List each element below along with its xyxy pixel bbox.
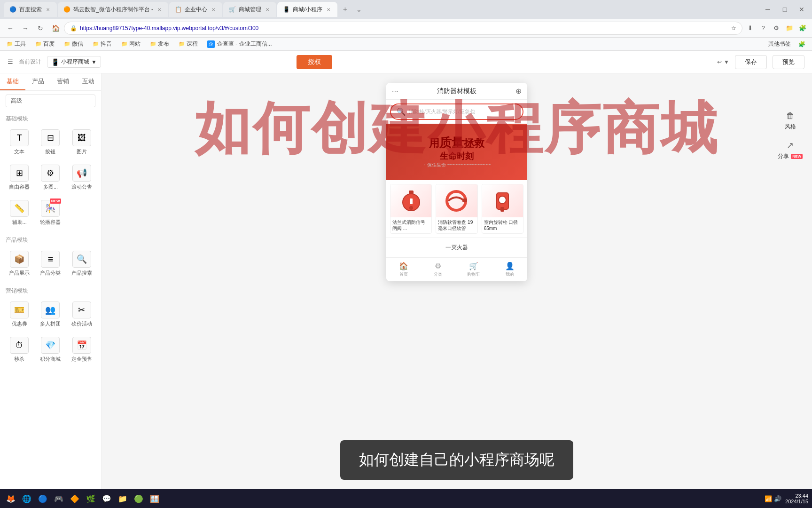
tab-4[interactable]: 🛒 商城管理 ✕ [223,2,276,17]
undo-redo-controls[interactable]: ↩ ▼ [717,59,729,65]
bookmark-wechat-label: 微信 [72,40,83,48]
taskbar-filemanager[interactable]: 📁 [116,492,130,506]
bookmark-qicha[interactable]: 企 企查查 - 企业工商信... [204,39,275,49]
component-product-search[interactable]: 🔍 产品搜索 [68,248,95,279]
component-image[interactable]: 🖼 图片 [68,127,95,158]
mini-program-icon: 📱 [51,58,59,66]
product-card-3[interactable]: 室内旋转栓 口径65mm [482,184,523,234]
tab-marketing[interactable]: 营销 [51,73,76,90]
product-card-2[interactable]: 消防软管卷盘 19毫米口径软管 [436,184,477,234]
tab-4-close[interactable]: ✕ [264,6,271,13]
taskbar-folder2[interactable]: 🔶 [68,492,82,506]
component-multiimage[interactable]: ⚙ 多图... [37,162,64,193]
nav-cart[interactable]: 🛒 购物车 [467,262,480,278]
component-presale[interactable]: 📅 定金预售 [68,334,95,365]
bookmark-extensions[interactable]: 🧩 [796,39,808,49]
minimize-button[interactable]: ─ [761,3,774,16]
nav-category-icon: ⚙ [435,262,441,270]
tab-list-button[interactable]: ⌄ [352,3,366,16]
component-product-display[interactable]: 📦 产品展示 [6,248,33,279]
extensions-button[interactable]: 🧩 [797,23,808,34]
taskbar-game[interactable]: 🎮 [52,492,66,506]
bookmark-baidu[interactable]: 📁 百度 [32,39,57,49]
maximize-button[interactable]: □ [778,3,791,16]
tab-1[interactable]: 🔵 百度搜索 ✕ [4,2,57,17]
carousel-label: 轮播容器 [40,219,61,226]
bookmarks-bar: 📁 工具 📁 百度 📁 微信 📁 抖音 📁 网站 📁 发布 📁 课程 企 企查查… [0,38,812,51]
tab-1-close[interactable]: ✕ [45,6,51,13]
reload-button[interactable]: ↻ [34,22,47,35]
tab-2[interactable]: 🟠 码云数智_微信小程序制作平台 - ✕ [58,2,168,17]
other-bookmarks-button[interactable]: 📁 [784,23,795,34]
taskbar-chrome[interactable]: 🌐 [20,492,34,506]
tab-basic[interactable]: 基础 [0,73,25,90]
component-flash-sale[interactable]: ⏱ 秒杀 [6,334,33,365]
taskbar-firefox[interactable]: 🦊 [4,492,18,506]
style-button[interactable]: 🗑 风格 [778,111,803,131]
download-button[interactable]: ⬇ [744,23,756,34]
component-button[interactable]: ⊟ 按钮 [37,127,64,158]
category-tabs-phone: 一灭火器 [386,238,527,257]
component-text[interactable]: T 文本 [6,127,33,158]
help-button[interactable]: ? [757,23,769,34]
taskbar-wechat[interactable]: 💬 [100,492,114,506]
component-freecontainer[interactable]: ⊞ 自由容器 [6,162,33,193]
tab-product[interactable]: 产品 [25,73,51,90]
browser-window-controls: ─ □ ✕ [761,3,808,16]
component-points-mall[interactable]: 💎 积分商城 [37,334,64,365]
component-group-buy[interactable]: 👥 多人拼团 [37,299,64,330]
bookmark-course[interactable]: 📁 课程 [176,39,201,49]
coupon-label: 优惠券 [12,320,27,327]
bookmark-tools[interactable]: 📁 工具 [4,39,29,49]
bookmark-wechat[interactable]: 📁 微信 [61,39,86,49]
save-button[interactable]: 保存 [735,55,767,69]
auth-button-container: 授权 [297,55,332,69]
product-card-1[interactable]: 法兰式消防信号闸阀 ... [390,184,432,234]
nav-profile[interactable]: 👤 我的 [505,262,515,278]
back-button[interactable]: ← [4,22,17,35]
close-button[interactable]: ✕ [795,3,808,16]
tab-5[interactable]: 📱 商城/小程序 ✕ [277,2,337,17]
tab-interactive[interactable]: 互动 [76,73,101,90]
nav-category[interactable]: ⚙ 分类 [434,262,442,278]
new-tab-button[interactable]: + [338,3,351,16]
sidebar-toggle[interactable]: ☰ [8,58,13,65]
phone-search-bar[interactable]: 🔍 消防栓/灭火器/警示灯/应急包 [390,103,523,120]
advanced-tab[interactable]: 高级 [6,95,95,107]
component-coupon[interactable]: 🎫 优惠券 [6,299,33,330]
taskbar-app1[interactable]: 🌿 [84,492,98,506]
forward-button[interactable]: → [19,22,32,35]
auth-button[interactable]: 授权 [297,55,332,69]
mini-program-selector[interactable]: 📱 小程序商城 ▼ [47,56,101,68]
settings-button[interactable]: ⚙ [771,23,782,34]
taskbar: 🦊 🌐 🔵 🎮 🔶 🌿 💬 📁 🟢 🪟 📶 🔊 23:44 2024/1/15 [0,489,812,508]
share-button[interactable]: ↗ 分享 NEW [778,140,803,160]
bookmark-douyin[interactable]: 📁 抖音 [90,39,115,49]
product-name-3: 室内旋转栓 口径65mm [482,217,523,233]
tab-3-close[interactable]: ✕ [210,6,217,13]
nav-home-icon: 🏠 [399,262,408,270]
tab-3[interactable]: 📋 企业中心 ✕ [169,2,222,17]
address-bar[interactable]: 🔒 https://huang897157type-40.mallapp.vip… [64,22,742,35]
button-icon: ⊟ [41,129,60,146]
component-carousel[interactable]: 🎠 NEW 轮播容器 [37,197,64,229]
taskbar-excel[interactable]: 🟢 [132,492,146,506]
tab-2-close[interactable]: ✕ [156,6,163,13]
nav-home[interactable]: 🏠 首页 [399,262,408,278]
bookmark-website-label: 网站 [129,40,141,48]
bookmark-website[interactable]: 📁 网站 [118,39,143,49]
tab-5-favicon: 📱 [283,6,290,13]
component-scrollnotice[interactable]: 📢 滚动公告 [68,162,95,193]
component-helper[interactable]: 📏 辅助... [6,197,33,229]
qicha-badge: 企 [207,40,215,48]
taskbar-windows[interactable]: 🪟 [148,492,162,506]
component-product-category[interactable]: ≡ 产品分类 [37,248,64,279]
tab-5-close[interactable]: ✕ [325,6,332,13]
bookmark-other[interactable]: 其他书签 [765,39,794,49]
helper-label: 辅助... [12,219,27,226]
preview-button[interactable]: 预览 [773,55,804,69]
bookmark-publish[interactable]: 📁 发布 [147,39,172,49]
taskbar-edge[interactable]: 🔵 [36,492,50,506]
component-bargain[interactable]: ✂ 砍价活动 [68,299,95,330]
home-button[interactable]: 🏠 [49,22,62,35]
